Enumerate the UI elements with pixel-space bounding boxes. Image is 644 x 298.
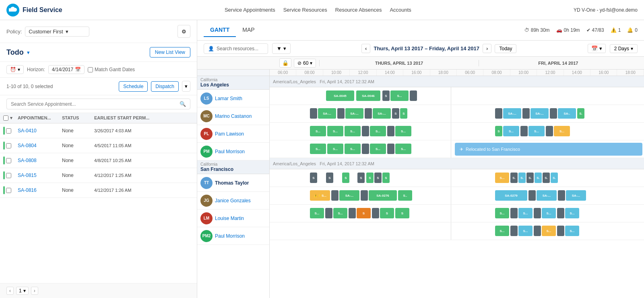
- gantt-bar[interactable]: [546, 126, 553, 136]
- gantt-bar[interactable]: [361, 190, 368, 201]
- prev-page-button[interactable]: ‹: [6, 287, 14, 295]
- gantt-bar[interactable]: [310, 108, 317, 119]
- resource-search[interactable]: 👤 Search resources...: [204, 43, 268, 54]
- gantt-bar[interactable]: S.: [518, 173, 526, 183]
- gantt-bar[interactable]: SA-.: [558, 108, 576, 119]
- gantt-bar[interactable]: S.: [510, 173, 518, 183]
- dispatch-button[interactable]: Dispatch: [151, 81, 179, 92]
- gantt-bar[interactable]: [495, 108, 502, 119]
- gantt-bar[interactable]: S: [382, 90, 390, 101]
- gantt-bar[interactable]: S...: [327, 144, 343, 154]
- resource-name[interactable]: Louise Martin: [215, 216, 244, 221]
- resource-name[interactable]: Paul Morrison: [215, 149, 245, 154]
- gantt-bar[interactable]: S...: [310, 208, 324, 218]
- row-checkbox[interactable]: [6, 158, 11, 163]
- calendar-button[interactable]: 📅 ▾: [588, 44, 606, 53]
- days-select[interactable]: 2 Days ▾: [610, 44, 638, 53]
- next-page-button[interactable]: ›: [31, 287, 38, 295]
- row-checkbox[interactable]: [6, 188, 11, 193]
- select-all-checkbox[interactable]: [3, 115, 8, 121]
- row-checkbox[interactable]: [6, 128, 11, 134]
- gantt-bar[interactable]: S.: [535, 173, 542, 183]
- gantt-bar[interactable]: SA-...: [318, 108, 336, 119]
- match-gantt-checkbox[interactable]: Match Gantt Dates: [88, 67, 135, 72]
- gantt-bar[interactable]: S: [400, 108, 407, 119]
- resource-name[interactable]: Marino Castanon: [215, 113, 252, 119]
- gantt-bar[interactable]: [362, 126, 369, 136]
- gantt-bar[interactable]: [410, 90, 417, 101]
- filter-button[interactable]: ▼ ▾: [272, 43, 291, 54]
- gantt-bar[interactable]: [510, 226, 518, 236]
- resource-name[interactable]: Lamar Smith: [215, 96, 242, 101]
- gantt-bar[interactable]: SA-...: [537, 190, 557, 201]
- gantt-bar[interactable]: S...: [345, 144, 361, 154]
- gantt-bar[interactable]: [522, 108, 530, 119]
- row-id[interactable]: SA-0410: [18, 128, 62, 134]
- gantt-bar[interactable]: SA-0276: [369, 190, 397, 201]
- nav-service-resources[interactable]: Service Resources: [283, 5, 327, 14]
- row-id[interactable]: SA-0815: [18, 173, 62, 178]
- gantt-bar[interactable]: [331, 190, 339, 201]
- clock-dropdown[interactable]: ⏰ ▾: [6, 65, 24, 74]
- schedule-button[interactable]: Schedule: [119, 81, 148, 92]
- resource-name[interactable]: Paul Morrison: [215, 233, 245, 239]
- row-id[interactable]: SA-0804: [18, 143, 62, 148]
- gantt-bar[interactable]: [387, 144, 394, 154]
- gantt-bar[interactable]: S: [310, 173, 317, 183]
- tab-map[interactable]: MAP: [236, 23, 261, 37]
- gantt-bar[interactable]: [534, 208, 541, 218]
- tab-gantt[interactable]: GANTT: [204, 23, 236, 37]
- gantt-bar[interactable]: S...: [370, 126, 386, 136]
- gantt-bar[interactable]: [362, 144, 369, 154]
- gantt-bar[interactable]: S...: [554, 126, 570, 136]
- gantt-bar[interactable]: S...: [395, 126, 411, 136]
- gantt-bar[interactable]: [349, 208, 356, 218]
- gantt-bar[interactable]: S...: [345, 126, 361, 136]
- gantt-bar[interactable]: SA-...: [566, 190, 586, 201]
- gantt-bar[interactable]: ⚠️⚡S...: [310, 190, 330, 201]
- nav-resource-absences[interactable]: Resource Absences: [335, 5, 382, 14]
- gantt-bar[interactable]: S: [382, 173, 390, 183]
- gantt-bar[interactable]: S: [380, 208, 394, 218]
- gantt-bar[interactable]: S...: [503, 126, 519, 136]
- gantt-bar[interactable]: S..: [398, 190, 412, 201]
- gantt-bar[interactable]: [557, 226, 564, 236]
- gantt-bar[interactable]: S.: [526, 173, 534, 183]
- nav-service-appointments[interactable]: Service Appointments: [225, 5, 275, 14]
- page-select[interactable]: 1 ▾: [16, 287, 29, 295]
- gantt-scroll-area[interactable]: CaliforniaLos Angeles LS Lamar Smith MC …: [197, 76, 644, 298]
- gantt-bar[interactable]: S...: [542, 226, 556, 236]
- row-id[interactable]: SA-0808: [18, 158, 62, 163]
- gantt-bar[interactable]: S.: [551, 173, 558, 183]
- row-id[interactable]: SA-0816: [18, 187, 62, 193]
- gantt-bar[interactable]: [387, 126, 394, 136]
- gantt-bar[interactable]: S: [395, 208, 409, 218]
- gantt-bar[interactable]: SA-0046: [356, 90, 380, 101]
- gantt-bar[interactable]: S.: [577, 108, 584, 119]
- gantt-bar[interactable]: SA-0045: [326, 90, 354, 101]
- today-button[interactable]: Today: [495, 44, 516, 53]
- gantt-bar[interactable]: S...: [495, 208, 509, 218]
- new-list-view-button[interactable]: New List View: [150, 47, 190, 58]
- gantt-bar[interactable]: [557, 208, 564, 218]
- gantt-bar[interactable]: S: [326, 173, 333, 183]
- gantt-bar[interactable]: S...: [310, 144, 326, 154]
- gantt-bar[interactable]: S...: [518, 226, 533, 236]
- gantt-bar[interactable]: [337, 108, 345, 119]
- gantt-bar[interactable]: S...: [528, 126, 545, 136]
- gantt-bar[interactable]: SA-...: [373, 108, 391, 119]
- settings-button[interactable]: ⚙: [178, 25, 190, 38]
- gantt-bar[interactable]: [558, 190, 565, 201]
- gantt-bar[interactable]: S: [357, 208, 371, 218]
- gantt-bar[interactable]: [325, 208, 332, 218]
- more-options-button[interactable]: ▾: [182, 81, 190, 92]
- gantt-bar[interactable]: S...: [495, 226, 509, 236]
- horizon-date[interactable]: 4/14/2017 📅: [48, 65, 85, 74]
- gantt-bar[interactable]: S: [495, 126, 502, 136]
- gantt-bar[interactable]: [372, 208, 379, 218]
- resource-name[interactable]: Pam Lawison: [215, 131, 244, 137]
- gantt-bar[interactable]: S...: [518, 208, 533, 218]
- gantt-bar[interactable]: [510, 208, 518, 218]
- gantt-bar[interactable]: S...: [565, 208, 579, 218]
- gantt-bar[interactable]: S...: [390, 90, 409, 101]
